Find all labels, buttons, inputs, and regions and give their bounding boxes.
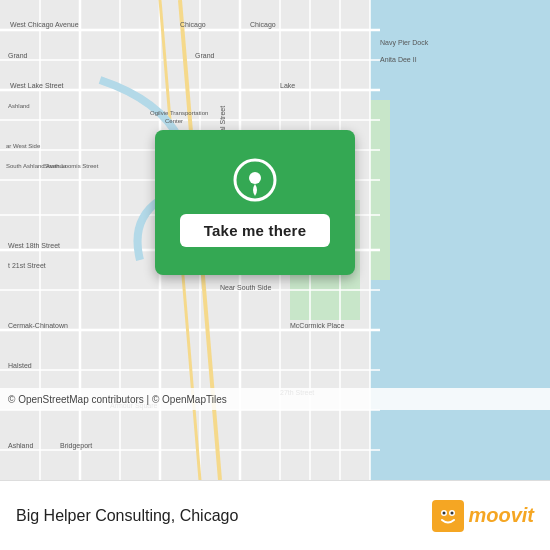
svg-point-62 bbox=[451, 511, 454, 514]
svg-text:t 21st Street: t 21st Street bbox=[8, 262, 46, 269]
svg-text:Anita Dee II: Anita Dee II bbox=[380, 56, 417, 63]
svg-text:ar West Side: ar West Side bbox=[6, 143, 41, 149]
svg-rect-3 bbox=[370, 100, 390, 280]
pin-icon bbox=[233, 158, 277, 202]
svg-text:West Chicago Avenue: West Chicago Avenue bbox=[10, 21, 79, 29]
svg-text:Cermak-Chinatown: Cermak-Chinatown bbox=[8, 322, 68, 329]
moovit-brand-name: moovit bbox=[468, 504, 534, 527]
svg-text:South Loomis Street: South Loomis Street bbox=[44, 163, 99, 169]
svg-text:Chicago: Chicago bbox=[180, 21, 206, 29]
svg-text:West 18th Street: West 18th Street bbox=[8, 242, 60, 249]
svg-text:Chicago: Chicago bbox=[250, 21, 276, 29]
location-card: Take me there bbox=[155, 130, 355, 275]
svg-text:McCormick Place: McCormick Place bbox=[290, 322, 345, 329]
svg-text:West Lake Street: West Lake Street bbox=[10, 82, 64, 89]
svg-text:Navy Pier Dock: Navy Pier Dock bbox=[380, 39, 429, 47]
svg-point-61 bbox=[443, 511, 446, 514]
svg-text:Ashland: Ashland bbox=[8, 103, 30, 109]
svg-text:Ogilvie Transportation: Ogilvie Transportation bbox=[150, 110, 208, 116]
take-me-there-button[interactable]: Take me there bbox=[180, 214, 330, 247]
svg-text:Center: Center bbox=[165, 118, 183, 124]
svg-text:Bridgeport: Bridgeport bbox=[60, 442, 92, 450]
moovit-logo: moovit bbox=[432, 500, 534, 532]
svg-text:Halsted: Halsted bbox=[8, 362, 32, 369]
svg-text:Grand: Grand bbox=[8, 52, 28, 59]
svg-text:Near South Side: Near South Side bbox=[220, 284, 271, 291]
attribution-bar: © OpenStreetMap contributors | © OpenMap… bbox=[0, 388, 550, 410]
footer: Big Helper Consulting, Chicago moovit bbox=[0, 480, 550, 550]
svg-point-57 bbox=[249, 172, 261, 184]
svg-rect-58 bbox=[432, 500, 464, 532]
map-container: West Chicago Avenue Chicago Chicago Gran… bbox=[0, 0, 550, 480]
attribution-text: © OpenStreetMap contributors | © OpenMap… bbox=[8, 394, 227, 405]
svg-text:Grand: Grand bbox=[195, 52, 215, 59]
moovit-brand-icon bbox=[432, 500, 464, 532]
svg-text:Lake: Lake bbox=[280, 82, 295, 89]
location-name: Big Helper Consulting, Chicago bbox=[16, 507, 238, 525]
svg-text:Ashland: Ashland bbox=[8, 442, 33, 449]
